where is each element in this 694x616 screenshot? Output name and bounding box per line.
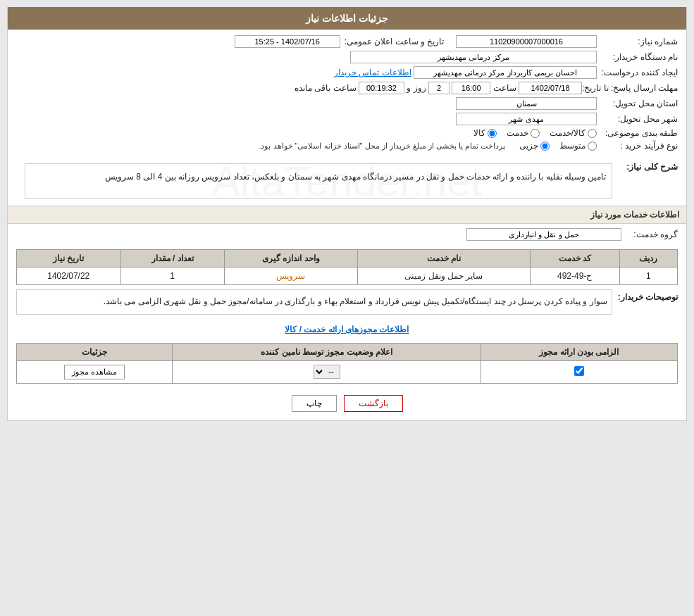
buyer-notes-row: توصیحات خریدار: سوار و پیاده کردن پرسنل … <box>16 289 678 315</box>
process-label: نوع فرآیند خرید : <box>597 141 678 151</box>
cell-row-num: 1 <box>619 268 677 285</box>
buyer-notes-text: سوار و پیاده کردن پرسنل در چند ایستگاه/ت… <box>104 296 607 306</box>
col-quantity: تعداد / مقدار <box>120 250 224 268</box>
col-details: جزئیات <box>17 343 173 360</box>
cell-service-name: سایر حمل ونقل زمینی <box>357 268 530 285</box>
deadline-remaining-input[interactable] <box>359 82 404 94</box>
cell-supplier-status: -- <box>173 360 481 383</box>
description-text: تامین وسیله نقلیه با راننده و ارائه خدما… <box>105 172 606 182</box>
back-button[interactable]: بازگشت <box>344 395 403 412</box>
license-section-title: اطلاعات مجوزهای ارائه خدمت / کالا <box>8 319 686 340</box>
description-row: شرح کلی نیاز: تامین وسیله نقلیه با رانند… <box>16 159 678 203</box>
table-row: -- مشاهده مجوز <box>17 360 678 383</box>
process-motevaset[interactable]: متوسط <box>559 141 597 151</box>
cell-unit: سرویس <box>224 268 357 285</box>
deadline-days-label: روز و <box>407 83 426 93</box>
cell-quantity: 1 <box>120 268 224 285</box>
description-label: شرح کلی نیاز: <box>626 159 678 172</box>
date-label: تاریخ و ساعت اعلان عمومی: <box>345 37 445 46</box>
row-category: طبقه بندی موضوعی: کالا/خدمت خدمت کالا <box>16 128 678 138</box>
services-table: ردیف کد خدمت نام خدمت واحد اندازه گیری ت… <box>16 249 678 285</box>
process-jozi[interactable]: جزیی <box>519 141 550 151</box>
row-creator: ایجاد کننده درخواست: اطلاعات تماس خریدار <box>16 66 678 79</box>
process-note: پرداخت تمام یا بخشی از مبلغ خریدار از مح… <box>259 142 505 151</box>
page-title: جزئیات اطلاعات نیاز <box>306 13 388 24</box>
print-button[interactable]: چاپ <box>292 395 337 412</box>
service-group-label: گروه خدمت: <box>621 230 678 239</box>
province-input[interactable] <box>456 97 597 110</box>
page-wrapper: جزئیات اطلاعات نیاز شماره نیاز: تاریخ و … <box>0 0 694 616</box>
main-card: جزئیات اطلاعات نیاز شماره نیاز: تاریخ و … <box>7 7 687 421</box>
category-label: طبقه بندی موضوعی: <box>597 128 678 138</box>
buyer-org-label: نام دستگاه خریدار: <box>597 52 678 62</box>
row-need-number-date: شماره نیاز: تاریخ و ساعت اعلان عمومی: <box>16 35 678 48</box>
col-service-name: نام خدمت <box>357 250 530 268</box>
col-need-date: تاریخ نیاز <box>17 250 121 268</box>
cell-service-code: ح-49-492 <box>530 268 619 285</box>
deadline-date-input[interactable] <box>519 82 582 94</box>
process-radio-group: متوسط جزیی <box>519 141 597 151</box>
col-supplier-status: اعلام وضعیت مجوز توسط نامین کننده <box>173 343 481 360</box>
row-process: نوع فرآیند خرید : متوسط جزیی پرداخت تمام… <box>16 141 678 151</box>
col-row-num: ردیف <box>619 250 677 268</box>
creator-input[interactable] <box>414 66 597 79</box>
services-section-title: اطلاعات خدمات مورد نیاز <box>8 206 686 224</box>
service-group-row: گروه خدمت: <box>8 224 686 245</box>
watermark-container: AltaTender.net شرح کلی نیاز: تامین وسیله… <box>8 159 686 203</box>
need-number-input[interactable] <box>456 35 597 48</box>
license-table: الزامی بودن ارائه مجوز اعلام وضعیت مجوز … <box>16 343 678 384</box>
row-buyer-org: نام دستگاه خریدار: <box>16 51 678 63</box>
city-input[interactable] <box>456 113 597 125</box>
creator-label: ایجاد کننده درخواست: <box>597 68 678 77</box>
table-row: 1 ح-49-492 سایر حمل ونقل زمینی سرویس 1 1… <box>17 268 678 285</box>
view-license-button[interactable]: مشاهده مجوز <box>64 365 125 379</box>
cell-details: مشاهده مجوز <box>17 360 173 383</box>
bottom-buttons: بازگشت چاپ <box>8 386 686 420</box>
province-label: استان محل تحویل: <box>597 99 678 108</box>
city-label: شهر محل تحویل: <box>597 114 678 124</box>
buyer-org-input[interactable] <box>350 51 597 63</box>
service-group-input[interactable] <box>466 228 621 241</box>
deadline-time-label: ساعت <box>493 83 516 93</box>
top-info-grid: شماره نیاز: تاریخ و ساعت اعلان عمومی: نا… <box>8 30 686 156</box>
contact-link[interactable]: اطلاعات تماس خریدار <box>334 68 411 77</box>
need-number-label: شماره نیاز: <box>597 37 678 46</box>
buyer-notes-box: سوار و پیاده کردن پرسنل در چند ایستگاه/ت… <box>16 289 612 315</box>
category-kala-khadamat[interactable]: کالا/خدمت <box>550 128 597 138</box>
date-input[interactable] <box>235 35 340 48</box>
deadline-days-input[interactable] <box>428 82 450 94</box>
deadline-time-input[interactable] <box>452 82 490 94</box>
description-box: تامین وسیله نقلیه با راننده و ارائه خدما… <box>25 163 612 199</box>
row-deadline: مهلت ارسال پاسخ: تا تاریخ: ساعت روز و سا… <box>16 82 678 94</box>
row-city: شهر محل تحویل: <box>16 113 678 125</box>
supplier-status-select[interactable]: -- <box>314 365 340 379</box>
cell-mandatory <box>481 360 677 383</box>
deadline-label: مهلت ارسال پاسخ: تا تاریخ: <box>582 83 678 93</box>
buyer-notes-label: توصیحات خریدار: <box>618 289 678 302</box>
cell-need-date: 1402/07/22 <box>17 268 121 285</box>
category-kala[interactable]: کالا <box>473 128 497 138</box>
category-radio-group: کالا/خدمت خدمت کالا <box>473 128 597 138</box>
col-mandatory: الزامی بودن ارائه مجوز <box>481 343 677 360</box>
row-province: استان محل تحویل: <box>16 97 678 110</box>
col-service-code: کد خدمت <box>530 250 619 268</box>
col-unit: واحد اندازه گیری <box>224 250 357 268</box>
category-khadamat[interactable]: خدمت <box>507 128 540 138</box>
mandatory-checkbox[interactable] <box>574 366 584 376</box>
deadline-remaining-label: ساعت باقی مانده <box>295 83 357 93</box>
header-bar: جزئیات اطلاعات نیاز <box>8 7 686 30</box>
